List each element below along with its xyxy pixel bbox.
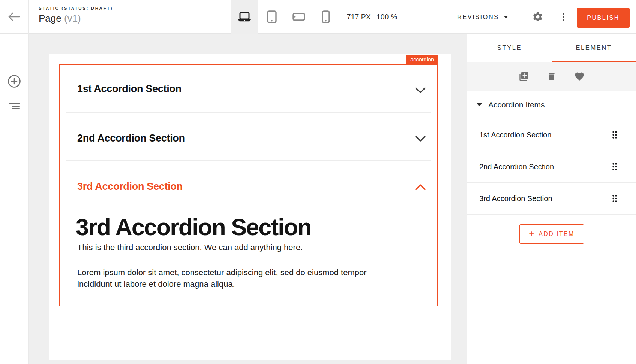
- accordion-divider: [66, 160, 430, 161]
- inspector-panel: STYLE ELEMENT Accordion Items 1st Accord…: [467, 34, 636, 364]
- plus-circle-icon: [8, 75, 21, 88]
- duplicate-icon: [519, 71, 529, 82]
- device-preview-switcher: [231, 0, 339, 34]
- accordion-divider: [66, 297, 430, 297]
- drag-dots-icon: [612, 131, 617, 139]
- add-item-container: + ADD ITEM: [467, 215, 636, 254]
- active-tab-underline: [552, 61, 636, 62]
- drag-dots-icon: [612, 163, 617, 171]
- publish-button[interactable]: PUBLISH: [577, 8, 630, 28]
- trash-icon: [547, 72, 556, 81]
- add-item-button[interactable]: + ADD ITEM: [519, 224, 584, 244]
- topbar-divider: [524, 4, 524, 29]
- more-options-button[interactable]: [560, 11, 567, 23]
- chevron-down-icon[interactable]: [415, 136, 426, 142]
- kebab-icon: [562, 13, 564, 15]
- page-version: (v1): [64, 13, 81, 24]
- add-element-button[interactable]: [0, 71, 28, 92]
- drag-handle[interactable]: [612, 163, 617, 171]
- laptop-icon: [237, 12, 252, 22]
- delete-button[interactable]: [546, 71, 557, 82]
- settings-button[interactable]: [532, 11, 543, 22]
- accordion-section-3-title[interactable]: 3rd Accordion Section: [77, 181, 183, 192]
- accordion-section-2-title[interactable]: 2nd Accordion Section: [77, 133, 185, 144]
- duplicate-button[interactable]: [518, 71, 530, 82]
- drag-handle[interactable]: [612, 194, 617, 203]
- left-toolbar: [0, 34, 28, 364]
- accordion-section-1-title[interactable]: 1st Accordion Section: [77, 83, 182, 95]
- panel-item-1[interactable]: 1st Accordion Section: [467, 119, 636, 151]
- panel-item-label: 2nd Accordion Section: [479, 163, 554, 171]
- device-desktop-button[interactable]: [231, 0, 258, 34]
- selected-accordion-element[interactable]: accordion 1st Accordion Section 2nd Acco…: [59, 64, 438, 306]
- drag-dots-icon: [612, 194, 617, 203]
- expanded-section-subheading[interactable]: This is the third accordion section. We …: [77, 243, 303, 252]
- selection-tag: accordion: [406, 55, 438, 64]
- panel-item-label: 1st Accordion Section: [479, 131, 551, 139]
- gear-icon: [532, 11, 543, 22]
- canvas[interactable]: accordion 1st Accordion Section 2nd Acco…: [28, 34, 467, 364]
- viewport-info: 717 PX 100 %: [339, 0, 405, 34]
- layers-button[interactable]: [0, 95, 28, 116]
- drag-handle[interactable]: [612, 131, 617, 139]
- device-tablet-button[interactable]: [258, 0, 285, 34]
- tab-style[interactable]: STYLE: [467, 34, 552, 62]
- expanded-section-heading[interactable]: 3rd Accordion Section: [76, 214, 311, 240]
- zoom-level: 100 %: [376, 13, 397, 21]
- viewport-width: 717 PX: [347, 13, 371, 21]
- editor-app: STATIC (STATUS: DRAFT) Page (v1) 717 PX …: [0, 0, 636, 364]
- add-item-label: ADD ITEM: [538, 231, 574, 237]
- expanded-section-paragraph[interactable]: Lorem ipsum dolor sit amet, consectetur …: [77, 267, 389, 290]
- plus-icon: +: [529, 229, 534, 238]
- revisions-dropdown[interactable]: REVISIONS: [457, 0, 508, 34]
- chevron-up-icon[interactable]: [415, 184, 426, 190]
- status-label: STATIC (STATUS: DRAFT): [39, 6, 113, 10]
- tablet-icon: [267, 10, 277, 23]
- heart-icon: [574, 71, 585, 82]
- page-title-block: STATIC (STATUS: DRAFT) Page (v1): [39, 6, 113, 24]
- accordion-items-group-header[interactable]: Accordion Items: [467, 91, 636, 119]
- panel-item-label: 3rd Accordion Section: [479, 194, 552, 203]
- panel-item-2[interactable]: 2nd Accordion Section: [467, 151, 636, 183]
- panel-tabs: STYLE ELEMENT: [467, 34, 636, 62]
- group-title: Accordion Items: [488, 100, 545, 109]
- revisions-label: REVISIONS: [457, 13, 499, 21]
- phone-landscape-icon: [292, 13, 305, 21]
- caret-down-icon: [504, 16, 508, 18]
- arrow-left-icon: [8, 12, 21, 21]
- panel-item-3[interactable]: 3rd Accordion Section: [467, 183, 636, 215]
- element-actions-toolbar: [467, 62, 636, 91]
- phone-portrait-icon: [322, 10, 330, 23]
- back-button[interactable]: [0, 0, 28, 34]
- topbar: STATIC (STATUS: DRAFT) Page (v1) 717 PX …: [0, 0, 636, 34]
- chevron-down-icon[interactable]: [415, 87, 426, 93]
- triangle-down-icon: [477, 103, 482, 106]
- page-artboard[interactable]: accordion 1st Accordion Section 2nd Acco…: [49, 54, 451, 360]
- favorite-button[interactable]: [574, 71, 585, 82]
- layers-icon: [9, 103, 20, 109]
- device-landscape-button[interactable]: [285, 0, 312, 34]
- tab-element[interactable]: ELEMENT: [552, 34, 636, 62]
- page-name: Page: [39, 13, 62, 24]
- accordion-divider: [66, 112, 430, 113]
- device-phone-button[interactable]: [312, 0, 339, 34]
- page-title: Page (v1): [39, 13, 113, 24]
